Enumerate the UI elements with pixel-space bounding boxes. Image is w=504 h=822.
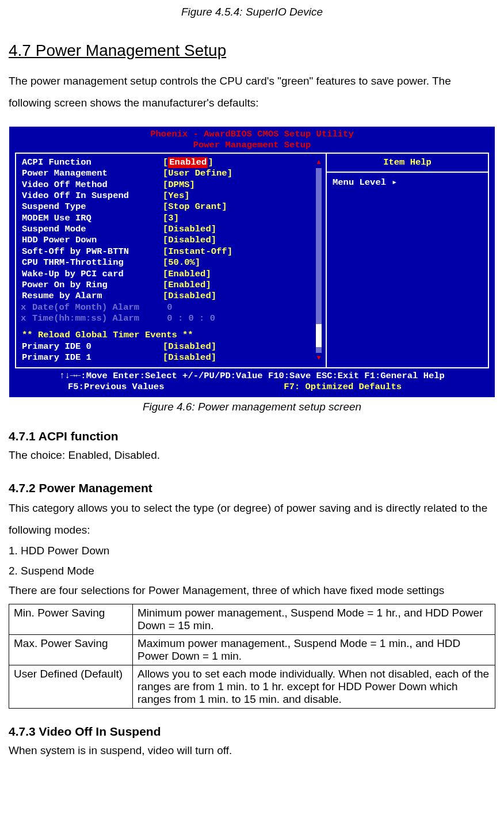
bios-item-label: Video Off Method (22, 180, 163, 191)
triangle-right-icon: ▸ (392, 177, 397, 188)
bios-item-value[interactable]: [Disabled] (163, 224, 216, 235)
bios-item-label: MODEM Use IRQ (22, 213, 163, 224)
bios-item-value[interactable]: [Enabled] (163, 269, 211, 280)
bios-item-value: 0 (162, 302, 173, 313)
bios-item-value[interactable]: [Disabled] (163, 352, 216, 363)
table-cell: Max. Power Saving (9, 635, 133, 665)
bios-item-label: Power On by Ring (22, 280, 163, 291)
bios-scrollbar[interactable]: ▲ ▼ (315, 158, 322, 363)
bios-item-label: Resume by Alarm (22, 291, 163, 302)
bios-item-value[interactable]: [Disabled] (163, 341, 216, 352)
bios-right-panel: Item Help Menu Level ▸ (326, 153, 489, 368)
table-cell: Minimum power management., Suspend Mode … (133, 604, 495, 635)
table-row: User Defined (Default) Allows you to set… (9, 665, 495, 709)
bios-item-value[interactable]: [3] (163, 213, 179, 224)
bios-item-label: Soft-Off by PWR-BTTN (22, 246, 163, 257)
scroll-thumb[interactable] (316, 324, 322, 347)
bios-left-panel: ACPI Function[Enabled] Power Management[… (15, 153, 326, 368)
bios-item-value[interactable]: [Stop Grant] (163, 201, 227, 212)
bios-disabled-mark: x (21, 313, 32, 324)
section-intro: The power management setup controls the … (9, 70, 495, 114)
bios-item-help-header: Item Help (327, 154, 488, 173)
figure-caption-top: Figure 4.5.4: SuperIO Device (9, 6, 495, 18)
scroll-track[interactable] (316, 168, 322, 353)
power-management-table: Min. Power Saving Minimum power manageme… (9, 604, 495, 709)
bios-title: Phoenix - AwardBIOS CMOS Setup Utility P… (9, 127, 495, 153)
bios-footer: ↑↓→←:Move Enter:Select +/-/PU/PD:Value F… (9, 368, 495, 398)
bios-item-value[interactable]: [Disabled] (163, 291, 216, 302)
bios-title-line1: Phoenix - AwardBIOS CMOS Setup Utility (9, 129, 495, 140)
bios-item-label: ACPI Function (22, 157, 163, 168)
bios-item-label: Wake-Up by PCI card (22, 269, 163, 280)
bios-item-label: Primary IDE 1 (22, 352, 163, 363)
bios-item-label: Video Off In Suspend (22, 191, 163, 201)
bios-title-line2: Power Management Setup (9, 140, 495, 151)
bios-menu-level: Menu Level ▸ (327, 173, 488, 367)
body-text: When system is in suspend, video will tu… (9, 741, 495, 760)
bios-item-value[interactable]: [50.0%] (163, 257, 200, 268)
table-cell: Min. Power Saving (9, 604, 133, 635)
bios-item-label: Suspend Mode (22, 224, 163, 235)
subsection-heading: 4.7.1 ACPI function (9, 429, 495, 443)
bios-disabled-mark: x (21, 302, 32, 313)
list-item: 1. HDD Power Down (9, 541, 495, 561)
table-cell: User Defined (Default) (9, 665, 133, 709)
bios-footer-right: F7: Optimized Defaults (284, 382, 488, 393)
section-heading: 4.7 Power Management Setup (9, 41, 495, 60)
body-text: There are four selections for Power Mana… (9, 581, 495, 600)
bios-item-value[interactable]: [Yes] (163, 191, 190, 201)
list-item: 2. Suspend Mode (9, 561, 495, 581)
body-text: This category allows you to select the t… (9, 497, 495, 541)
bios-footer-line1: ↑↓→←:Move Enter:Select +/-/PU/PD:Value F… (16, 371, 488, 382)
bios-item-value[interactable]: [DPMS] (163, 180, 195, 191)
table-cell: Allows you to set each mode individually… (133, 665, 495, 709)
subsection-heading: 4.7.3 Video Off In Suspend (9, 725, 495, 739)
bios-item-label: Suspend Type (22, 201, 163, 212)
table-row: Max. Power Saving Maximum power manageme… (9, 635, 495, 665)
table-row: Min. Power Saving Minimum power manageme… (9, 604, 495, 635)
bios-menu-level-label: Menu Level (333, 177, 386, 188)
bios-item-value[interactable]: [Enabled] (163, 280, 211, 291)
table-cell: Maximum power management., Suspend Mode … (133, 635, 495, 665)
bios-item-label: Power Management (22, 168, 163, 179)
bios-item-value[interactable]: [Disabled] (163, 235, 216, 246)
bios-footer-left: F5:Previous Values (16, 382, 164, 393)
bios-bracket: [ (163, 157, 168, 168)
bios-section-header: ** Reload Global Timer Events ** (22, 330, 322, 341)
bios-screen: Phoenix - AwardBIOS CMOS Setup Utility P… (9, 127, 495, 397)
bios-item-value[interactable]: Enabled (168, 157, 208, 168)
bios-item-value[interactable]: [User Define] (163, 168, 232, 179)
figure-caption: Figure 4.6: Power management setup scree… (9, 401, 495, 413)
bios-item-value: 0 : 0 : 0 (162, 313, 215, 324)
bios-item-label: CPU THRM-Throttling (22, 257, 163, 268)
scroll-up-icon[interactable]: ▲ (316, 158, 320, 167)
bios-item-value[interactable]: [Instant-Off] (163, 246, 232, 257)
body-text: The choice: Enabled, Disabled. (9, 446, 495, 465)
bios-bracket: ] (208, 157, 213, 168)
bios-item-label: HDD Power Down (22, 235, 163, 246)
subsection-heading: 4.7.2 Power Management (9, 481, 495, 495)
scroll-down-icon[interactable]: ▼ (316, 354, 320, 363)
bios-item-label: Time(hh:mm:ss) Alarm (32, 313, 162, 324)
bios-item-label: Date(of Month) Alarm (32, 302, 162, 313)
bios-item-label: Primary IDE 0 (22, 341, 163, 352)
